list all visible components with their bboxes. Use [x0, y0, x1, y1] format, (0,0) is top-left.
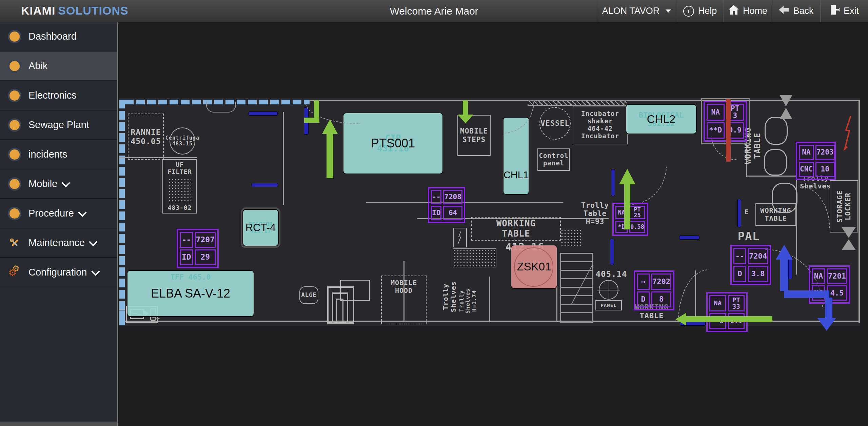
circle-icon [9, 120, 20, 130]
sidebar-item-label: Mobile [28, 178, 57, 189]
sidebar-item-incidents[interactable]: incidents [0, 140, 117, 169]
circle-icon [9, 32, 20, 42]
valve-icon [780, 95, 792, 121]
tag-cell: D [733, 266, 746, 282]
blue-arrow-up-icon [776, 245, 793, 260]
label-mobile-hood: MOBILE HOOD [381, 276, 427, 324]
tag-cell: NA [799, 145, 814, 160]
equipment-chl2[interactable]: BIOLOGICAL 502.32 CHL2 [626, 104, 697, 134]
tag-cell: CNC [799, 162, 814, 177]
green-arrow-left-icon [675, 313, 686, 326]
wall [283, 112, 284, 205]
green-arrow-shaft [624, 184, 630, 229]
tag-cell: 7207 [195, 232, 216, 248]
sidebar-item-label: Maintenance [28, 237, 85, 248]
chair [772, 183, 797, 213]
sidebar-item-abik[interactable]: Abik [0, 52, 117, 81]
exit-label: Exit [844, 6, 859, 16]
sidebar-item-configuration[interactable]: ⚙ ⚙ Configuration [0, 258, 117, 287]
content-divider [117, 22, 118, 426]
back-label: Back [793, 6, 813, 16]
green-pipe [304, 118, 319, 123]
equipment-rct4[interactable]: REACTOR 412.17 RCT-4 [242, 209, 279, 246]
tag-cell: PT 25 [629, 206, 645, 219]
green-arrow-shaft [686, 316, 772, 322]
equipment-elba[interactable]: TFF 465.0 ELBA SA-V-12 [127, 270, 254, 317]
label-panel-number: 405.14 [593, 270, 630, 279]
equipment-label: CHL2 [647, 113, 675, 126]
asset-tag-7202[interactable]: →7202 D8 [634, 270, 674, 310]
asset-tag-pt33[interactable]: NAPT 33 **D0.9 [706, 292, 748, 332]
label-working-table-center: WORKING TABLE [471, 217, 561, 241]
help-button[interactable]: i Help [676, 0, 724, 22]
panel-compass-icon [599, 280, 618, 300]
help-label: Help [698, 6, 717, 16]
label-storage-locker: STORAGE LOCKER [836, 190, 852, 223]
wall-blue [119, 310, 125, 325]
sidebar-item-procedure[interactable]: Procedure [0, 199, 117, 228]
valve-icon [842, 227, 856, 251]
circle-icon [9, 61, 20, 71]
asset-tag-7203[interactable]: NA7203 CNC10 [796, 142, 836, 180]
equipment-zsk01[interactable]: ZSK01 [511, 245, 557, 289]
equipment-label: ZSK01 [517, 260, 551, 273]
sidebar-item-dashboard[interactable]: Dashboard [0, 22, 117, 52]
exit-button[interactable]: Exit [820, 0, 868, 22]
dot-grid-block [560, 229, 581, 246]
tag-cell: 10 [815, 162, 835, 177]
back-button[interactable]: Back [772, 0, 821, 22]
tag-cell: → [637, 273, 650, 290]
blue-arrow-down-icon [817, 318, 836, 331]
user-menu[interactable]: ALON TAVOR [597, 0, 676, 22]
asset-tag-7207[interactable]: --7207 ID29 [177, 229, 219, 268]
sidebar-item-electronics[interactable]: Electronics [0, 81, 117, 110]
label-trolly-table: Trolly Table H=93 [581, 201, 609, 226]
green-pipe [314, 100, 319, 118]
tag-cell: 29 [195, 249, 216, 265]
sidebar-item-label: Dashboard [28, 31, 77, 42]
chevron-down-icon [62, 179, 70, 187]
top-bar: KIAMISOLUTIONS Welcome Arie Maor ALON TA… [0, 0, 868, 22]
asset-tag-pt25[interactable]: NAPT 25 *D0.58 [612, 203, 648, 236]
tag-cell: 8 [651, 291, 671, 308]
tag-cell: 0.58 [629, 221, 645, 233]
lightning-icon [843, 116, 853, 153]
tag-cell: NA [707, 104, 725, 121]
bottom-strip [0, 422, 117, 426]
home-button[interactable]: Home [724, 0, 772, 22]
asset-tag-7204[interactable]: --7204 D3.8 [730, 245, 771, 285]
circle-icon [9, 179, 20, 189]
storage-locker-box: STORAGE LOCKER [830, 180, 858, 232]
tag-cell: -- [180, 232, 193, 248]
info-icon: i [683, 6, 694, 17]
chair [764, 149, 787, 176]
pipe [611, 169, 615, 196]
green-arrow-shaft [327, 133, 333, 178]
label-trolly-shelves-a: Trolly Shelves [442, 278, 460, 316]
label-control-panel: Control panel [537, 148, 570, 171]
sidebar-item-label: incidents [28, 149, 67, 160]
blue-arrow-shaft [780, 259, 788, 291]
sidebar-item-sewage-plant[interactable]: Sewage Plant [0, 110, 117, 140]
wall [746, 176, 797, 177]
uf-filter-title: UF FILTER [163, 161, 196, 175]
pipe [610, 239, 614, 265]
label-panel: PANEL [595, 300, 622, 310]
tag-cell: **D [707, 122, 725, 139]
pipe [252, 183, 278, 187]
user-menu-label: ALON TAVOR [602, 6, 660, 16]
tag-cell: -- [733, 248, 746, 264]
tag-cell: D [637, 291, 650, 308]
tag-cell: 7202 [651, 273, 671, 290]
tag-cell: 7204 [748, 248, 768, 264]
tag-cell: 7201 [827, 268, 847, 284]
chevron-down-icon [91, 267, 100, 276]
sidebar-item-mobile[interactable]: Mobile [0, 169, 117, 199]
asset-tag-7208[interactable]: --7208 ID64 [428, 187, 465, 223]
sidebar-item-label: Electronics [28, 90, 77, 101]
sidebar-item-maintenance[interactable]: Maintenance [0, 228, 117, 258]
tag-cell: 7208 [443, 190, 462, 204]
equipment-row-block [453, 248, 496, 267]
tag-cell: PT 33 [728, 295, 745, 311]
asset-tag-pt3[interactable]: NAPT 3 **D0.9 [704, 101, 747, 142]
